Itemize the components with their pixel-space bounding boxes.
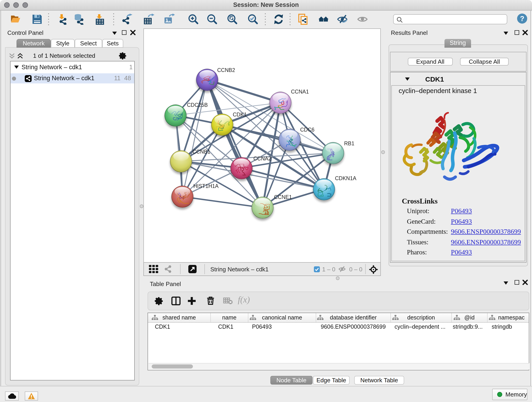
svg-text:?: ? xyxy=(520,15,525,22)
